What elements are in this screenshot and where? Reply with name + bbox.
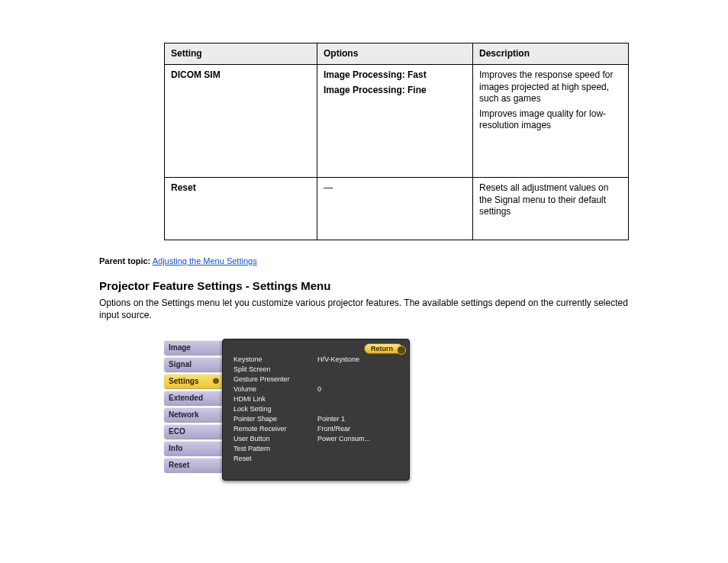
osd-tab-eco[interactable]: ECO [164,424,222,439]
osd-item-label: Split Screen [234,365,317,375]
osd-item-label: Reset [234,454,317,464]
option-line: — [324,182,466,195]
osd-item-label: Lock Setting [234,404,317,414]
col-header-options: Options [317,43,473,65]
osd-item-pointer[interactable]: Pointer Shape Pointer 1 [234,414,401,424]
osd-item-gesture[interactable]: Gesture Presenter [234,375,401,384]
section-title: Projector Feature Settings - Settings Me… [99,279,633,292]
desc-line: Improves the response speed for images p… [479,69,622,105]
osd-item-label: Volume [234,384,317,394]
setting-name: Reset [171,182,311,195]
enter-icon [397,346,406,355]
osd-item-list: Keystone H/V-Keystone Split Screen Gestu… [234,355,401,464]
osd-item-label: Test Pattern [234,444,317,454]
osd-item-userbutton[interactable]: User Button Power Consum... [234,434,401,444]
table-header-row: Setting Options Description [165,43,629,65]
osd-item-label: Keystone [234,355,317,365]
osd-item-label: Gesture Presenter [234,375,317,384]
osd-item-value: H/V-Keystone [317,355,401,365]
signal-settings-table: Setting Options Description DICOM SIM Im… [164,43,629,240]
osd-tab-settings[interactable]: Settings [164,374,222,388]
osd-tab-network[interactable]: Network [164,407,222,422]
option-line: Image Processing: Fast [324,69,466,82]
osd-return-button[interactable]: Return [364,343,403,354]
desc-line: Improves image quality for low-resolutio… [479,108,622,132]
osd-item-label: Remote Receiver [234,424,317,434]
osd-item-value: Pointer 1 [317,414,401,424]
parent-topic: Parent topic: Adjusting the Menu Setting… [99,256,257,265]
osd-item-value: Front/Rear [317,424,401,434]
osd-item-label: HDMI Link [234,394,317,404]
osd-item-hdmi[interactable]: HDMI Link [234,394,401,404]
parent-topic-link[interactable]: Adjusting the Menu Settings [153,256,257,265]
osd-sidebar: Image Signal Settings Extended Network E… [164,340,222,475]
osd-item-keystone[interactable]: Keystone H/V-Keystone [234,355,401,365]
osd-item-volume[interactable]: Volume 0 [234,384,401,394]
osd-tab-reset[interactable]: Reset [164,458,222,472]
osd-tab-extended[interactable]: Extended [164,391,222,405]
osd-tab-image[interactable]: Image [164,340,222,355]
osd-item-value: 0 [317,384,401,394]
parent-topic-label: Parent topic: [99,256,150,265]
osd-tab-signal[interactable]: Signal [164,357,222,372]
projector-menu-screenshot: Image Signal Settings Extended Network E… [164,339,410,484]
osd-item-testpattern[interactable]: Test Pattern [234,444,401,454]
osd-item-splitscreen[interactable]: Split Screen [234,365,401,375]
table-row: DICOM SIM Image Processing: Fast Image P… [165,65,629,178]
osd-item-receiver[interactable]: Remote Receiver Front/Rear [234,424,401,434]
osd-item-value: Power Consum... [317,434,401,444]
section-subtitle: Options on the Settings menu let you cus… [99,297,633,321]
osd-item-label: User Button [234,434,317,444]
osd-tab-info[interactable]: Info [164,441,222,455]
option-line: Image Processing: Fine [324,85,466,97]
osd-return-label: Return [371,345,393,352]
osd-item-reset[interactable]: Reset [234,454,401,464]
col-header-setting: Setting [165,43,317,65]
setting-name: DICOM SIM [171,69,311,82]
col-header-description: Description [473,43,629,65]
osd-item-label: Pointer Shape [234,414,317,424]
osd-item-lock[interactable]: Lock Setting [234,404,401,414]
osd-panel: Return Keystone H/V-Keystone Split Scree… [222,339,410,481]
desc-line: Resets all adjustment values on the Sign… [479,182,622,218]
table-row: Reset — Resets all adjustment values on … [165,178,629,240]
